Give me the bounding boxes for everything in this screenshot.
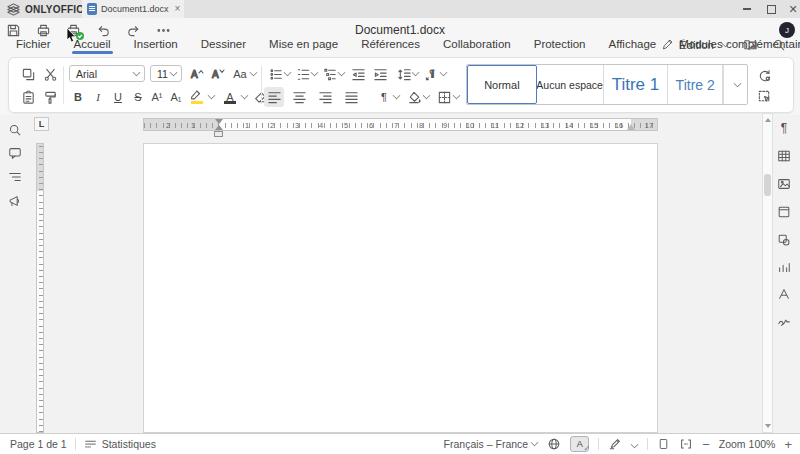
menu-tab-protection[interactable]: Protection	[534, 38, 586, 54]
copy-button[interactable]	[19, 65, 37, 83]
justify-button[interactable]	[342, 88, 360, 106]
nonprinting-characters-dropdown[interactable]	[390, 88, 400, 106]
edition-mode-selector[interactable]: Édition	[661, 38, 729, 51]
align-right-button[interactable]	[316, 88, 334, 106]
spell-check-toggle[interactable]: A ✓	[570, 436, 589, 452]
menu-tab-fichier[interactable]: Fichier	[16, 38, 51, 54]
zoom-level-indicator[interactable]: Zoom 100%	[719, 438, 776, 450]
vertical-scrollbar[interactable]	[762, 113, 773, 433]
paste-button[interactable]	[19, 88, 37, 106]
save-button[interactable]	[4, 22, 22, 38]
statistics-button[interactable]: Statistiques	[102, 438, 156, 450]
print-button[interactable]	[34, 22, 52, 38]
text-art-settings-button[interactable]	[774, 284, 794, 304]
font-size-select[interactable]: 11	[150, 65, 182, 82]
undo-button[interactable]	[94, 22, 112, 38]
color-scheme-button[interactable]	[755, 66, 773, 84]
search-button[interactable]	[772, 38, 786, 52]
zoom-in-button[interactable]: +	[784, 437, 792, 452]
fit-width-button[interactable]	[679, 437, 693, 451]
font-color-button[interactable]: A	[221, 88, 239, 106]
style-no-spacing[interactable]: Aucun espace	[537, 65, 604, 104]
fit-page-button[interactable]	[657, 437, 670, 451]
strikethrough-button[interactable]: S	[129, 88, 147, 106]
superscript-button[interactable]: A¹	[148, 88, 166, 106]
shading-dropdown[interactable]	[420, 88, 430, 106]
select-all-button[interactable]	[755, 87, 773, 105]
left-indent-marker[interactable]	[214, 131, 223, 137]
window-close-button[interactable]: ✕	[782, 0, 800, 18]
increase-indent-button[interactable]	[371, 65, 389, 83]
align-left-button[interactable]	[264, 87, 284, 107]
document-language-button[interactable]	[547, 437, 561, 451]
copy-style-button[interactable]	[41, 88, 59, 106]
menu-tab-affichage[interactable]: Affichage	[609, 38, 657, 54]
chart-settings-button[interactable]	[774, 257, 794, 277]
bullet-list-dropdown[interactable]	[281, 65, 291, 83]
highlight-color-button[interactable]	[188, 88, 206, 106]
right-indent-marker[interactable]	[627, 124, 635, 130]
horizontal-ruler[interactable]: 211234567891011121314151617	[143, 118, 658, 131]
navigation-panel-button[interactable]	[5, 167, 25, 187]
font-color-dropdown[interactable]	[238, 88, 248, 106]
decrease-font-size-button[interactable]: A	[209, 65, 227, 83]
window-maximize-button[interactable]	[760, 0, 782, 18]
bold-button[interactable]: B	[69, 88, 87, 106]
document-tab[interactable]: Document1.docx ×	[82, 0, 184, 18]
numbered-list-dropdown[interactable]	[308, 65, 318, 83]
page-number-indicator[interactable]: Page 1 de 1	[10, 438, 67, 450]
redo-button[interactable]	[124, 22, 142, 38]
vertical-ruler[interactable]	[36, 143, 44, 433]
line-spacing-dropdown[interactable]	[409, 65, 419, 83]
signature-settings-button[interactable]	[774, 311, 794, 331]
cut-button[interactable]	[41, 65, 59, 83]
image-settings-button[interactable]	[774, 174, 794, 194]
comments-panel-button[interactable]	[5, 143, 25, 163]
document-page[interactable]	[143, 143, 658, 433]
increase-font-size-button[interactable]: A	[188, 65, 206, 83]
open-file-location-button[interactable]	[743, 37, 758, 52]
review-display-button[interactable]	[608, 437, 622, 451]
zoom-out-button[interactable]: −	[702, 437, 710, 452]
tab-stop-selector[interactable]: L	[34, 117, 49, 131]
scroll-down-arrow[interactable]	[765, 424, 771, 428]
menu-tab-accueil[interactable]: Accueil	[74, 38, 111, 54]
change-case-button[interactable]: Aa	[231, 65, 259, 83]
decrease-indent-button[interactable]	[349, 65, 367, 83]
hanging-indent-marker[interactable]	[215, 125, 223, 130]
align-center-button[interactable]	[290, 88, 308, 106]
paragraph-settings-button[interactable]: ¶	[774, 118, 794, 138]
window-minimize-button[interactable]	[736, 0, 758, 18]
table-settings-button[interactable]	[774, 146, 794, 166]
borders-dropdown[interactable]	[450, 88, 460, 106]
first-line-indent-marker[interactable]	[215, 119, 223, 124]
highlight-color-dropdown[interactable]	[205, 88, 215, 106]
font-name-select[interactable]: Arial	[69, 65, 145, 82]
menu-tab-dessiner[interactable]: Dessiner	[201, 38, 246, 54]
underline-button[interactable]: U	[109, 88, 127, 106]
avatar[interactable]: J	[779, 22, 795, 38]
styles-gallery-expand[interactable]	[723, 65, 747, 104]
multilevel-list-dropdown[interactable]	[335, 65, 345, 83]
menu-tab-collaboration[interactable]: Collaboration	[443, 38, 511, 54]
scrollbar-thumb[interactable]	[764, 174, 771, 196]
tab-close-icon[interactable]: ×	[175, 4, 181, 14]
menu-tab-references[interactable]: Références	[361, 38, 420, 54]
find-panel-button[interactable]	[5, 120, 25, 140]
quick-print-button[interactable]	[64, 22, 82, 38]
subscript-button[interactable]: A₁	[167, 88, 185, 106]
shape-settings-button[interactable]	[774, 230, 794, 250]
paragraph-spacing-dropdown[interactable]	[437, 65, 447, 83]
italic-button[interactable]: I	[89, 88, 107, 106]
chevron-down-icon[interactable]	[631, 440, 639, 448]
menu-tab-insertion[interactable]: Insertion	[134, 38, 178, 54]
customize-quick-access-button[interactable]	[154, 22, 172, 38]
style-normal[interactable]: Normal	[467, 65, 537, 104]
menu-tab-mise-en-page[interactable]: Mise en page	[269, 38, 338, 54]
header-footer-settings-button[interactable]	[774, 202, 794, 222]
language-selector[interactable]: Français – France	[444, 438, 539, 450]
feedback-button[interactable]	[5, 191, 25, 211]
style-heading-1[interactable]: Titre 1	[604, 65, 669, 104]
style-heading-2[interactable]: Titre 2	[668, 65, 723, 104]
scroll-up-arrow[interactable]	[765, 118, 771, 122]
